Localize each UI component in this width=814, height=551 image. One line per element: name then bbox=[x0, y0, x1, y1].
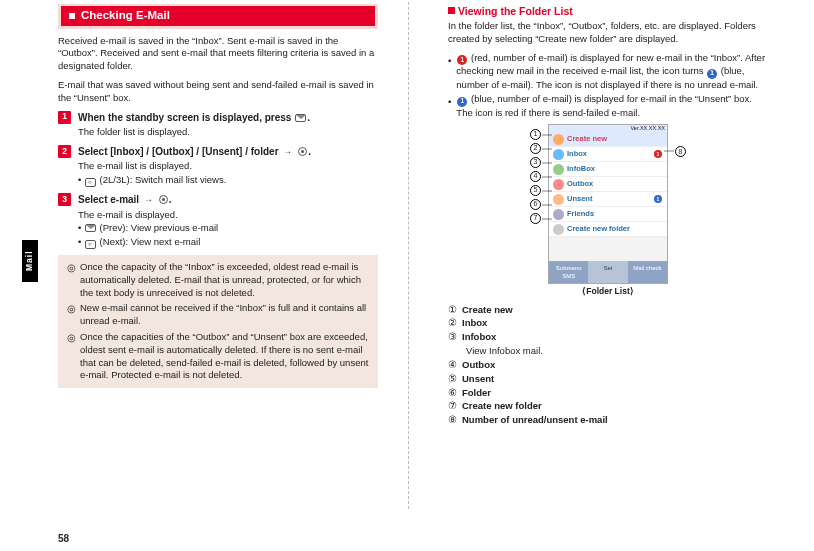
callout-numbers-right: 8 bbox=[675, 145, 686, 158]
phone-rows: Create new Inbox1 InfoBox Outbox Unsent1… bbox=[549, 132, 667, 237]
section-tab: Mail bbox=[22, 240, 38, 282]
legend-item: ⑧Number of unread/unsent e-mail bbox=[448, 414, 768, 427]
folder-list-figure: 1 2 3 4 5 6 7 8 bbox=[448, 124, 768, 298]
legend-subtext: View Infobox mail. bbox=[466, 345, 768, 358]
step-1-body: The folder list is displayed. bbox=[78, 126, 378, 139]
callout-5: 5 bbox=[530, 185, 541, 196]
phone-row-infobox: InfoBox bbox=[549, 162, 667, 177]
step-title: When the standby screen is displayed, pr… bbox=[78, 111, 310, 125]
column-divider bbox=[408, 2, 409, 509]
center-key-icon bbox=[298, 147, 307, 156]
step-2: 2 Select [Inbox] / [Outbox] / [Unsent] /… bbox=[58, 145, 378, 159]
phone-row-inbox: Inbox1 bbox=[549, 147, 667, 162]
phone-softkeys: SubmenuSMS Set Mail check bbox=[549, 261, 667, 283]
create-new-icon bbox=[553, 134, 564, 145]
intro-text: In the folder list, the “Inbox”, “Outbox… bbox=[448, 20, 768, 46]
step-number: 3 bbox=[58, 193, 71, 206]
intro-text: Received e-mail is saved in the “Inbox”.… bbox=[58, 35, 378, 73]
legend-item: ⑦Create new folder bbox=[448, 400, 768, 413]
legend-item: ⑤Unsent bbox=[448, 373, 768, 386]
subsection-title: Viewing the Folder List bbox=[448, 4, 768, 18]
center-key-icon bbox=[159, 195, 168, 204]
callout-1: 1 bbox=[530, 129, 541, 140]
badge-icon: 1 bbox=[654, 150, 662, 158]
callout-6: 6 bbox=[530, 199, 541, 210]
note-bullet-icon: ◎ bbox=[67, 303, 76, 328]
step-title: Select [Inbox] / [Outbox] / [Unsent] / f… bbox=[78, 145, 311, 159]
unread-red-icon: 1 bbox=[457, 55, 467, 65]
legend-item: ②Inbox bbox=[448, 317, 768, 330]
step-number: 1 bbox=[58, 111, 71, 124]
step-title: Select e-mail . bbox=[78, 193, 171, 207]
arrow-icon bbox=[142, 194, 155, 205]
step-2-body: The e-mail list is displayed. • ⌾ (2L/3L… bbox=[78, 160, 378, 187]
note-box: ◎Once the capacity of the “Inbox” is exc… bbox=[58, 255, 378, 388]
note-bullet-icon: ◎ bbox=[67, 332, 76, 382]
callout-8: 8 bbox=[675, 146, 686, 157]
camera-key-icon: ⌾ bbox=[85, 178, 96, 187]
square-bullet-icon bbox=[448, 7, 455, 14]
callout-4: 4 bbox=[530, 171, 541, 182]
phone-row-create-folder: Create new folder bbox=[549, 222, 667, 237]
callout-3: 3 bbox=[530, 157, 541, 168]
section-header: Checking E-Mail bbox=[58, 4, 378, 29]
manual-page: Mail 58 Checking E-Mail Received e-mail … bbox=[0, 0, 814, 551]
infobox-icon bbox=[553, 164, 564, 175]
softkey-submenu: SubmenuSMS bbox=[549, 261, 588, 283]
step-3: 3 Select e-mail . bbox=[58, 193, 378, 207]
arrow-icon bbox=[281, 146, 294, 157]
bullet-item: • 1 (red, number of e-mail) is displayed… bbox=[448, 52, 768, 92]
badge-icon: 1 bbox=[654, 195, 662, 203]
unsent-icon bbox=[553, 194, 564, 205]
figure-caption: ⟨Folder List⟩ bbox=[548, 286, 668, 297]
section-header-title: Checking E-Mail bbox=[81, 8, 170, 24]
step-3-body: The e-mail is displayed. • (Prev): View … bbox=[78, 209, 378, 249]
step-1: 1 When the standby screen is displayed, … bbox=[58, 111, 378, 125]
callout-2: 2 bbox=[530, 143, 541, 154]
bullet-item: • 1 (blue, number of e-mail) is displaye… bbox=[448, 93, 768, 119]
camera-key-icon: ⌾ bbox=[85, 240, 96, 249]
phone-version: Ver.XX.XX.XX bbox=[549, 125, 667, 132]
phone-row-create-new: Create new bbox=[549, 132, 667, 147]
left-column: Checking E-Mail Received e-mail is saved… bbox=[58, 4, 378, 388]
step-number: 2 bbox=[58, 145, 71, 158]
legend-item: ③Infobox bbox=[448, 331, 768, 344]
note-bullet-icon: ◎ bbox=[67, 262, 76, 299]
figure-legend: ①Create new ②Inbox ③Infobox View Infobox… bbox=[448, 304, 768, 427]
legend-item: ①Create new bbox=[448, 304, 768, 317]
mail-key-icon bbox=[85, 224, 96, 232]
intro-text-2: E-mail that was saved without being sent… bbox=[58, 79, 378, 105]
phone-screen: Ver.XX.XX.XX Create new Inbox1 InfoBox O… bbox=[548, 124, 668, 285]
legend-item: ④Outbox bbox=[448, 359, 768, 372]
unread-blue-icon: 1 bbox=[707, 69, 717, 79]
phone-spacer bbox=[549, 237, 667, 261]
add-folder-icon bbox=[553, 224, 564, 235]
phone-row-outbox: Outbox bbox=[549, 177, 667, 192]
folder-icon bbox=[553, 209, 564, 220]
softkey-mail-check: Mail check bbox=[628, 261, 667, 283]
inbox-icon bbox=[553, 149, 564, 160]
phone-row-unsent: Unsent1 bbox=[549, 192, 667, 207]
callout-numbers-left: 1 2 3 4 5 6 7 bbox=[530, 129, 541, 224]
softkey-set: Set bbox=[588, 261, 627, 283]
page-number: 58 bbox=[58, 532, 69, 546]
callout-7: 7 bbox=[530, 213, 541, 224]
mail-key-icon bbox=[295, 114, 306, 122]
unsent-blue-icon: 1 bbox=[457, 97, 467, 107]
outbox-icon bbox=[553, 179, 564, 190]
right-column: Viewing the Folder List In the folder li… bbox=[448, 4, 768, 428]
phone-row-friends: Friends bbox=[549, 207, 667, 222]
legend-item: ⑥Folder bbox=[448, 387, 768, 400]
